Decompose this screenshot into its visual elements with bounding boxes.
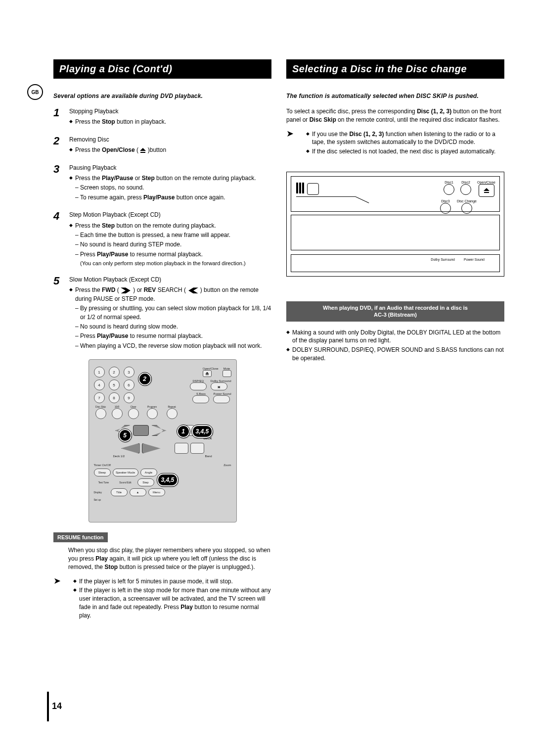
callout-345: 3,4,5 — [192, 425, 213, 438]
resume-label: RESUME function — [53, 532, 108, 542]
tip: If you use the Disc (1, 2, 3) function w… — [306, 130, 504, 147]
step-title: Step Motion Playback (Except CD) — [69, 211, 271, 219]
step-bullet: Press the Open/Close ( )button — [69, 146, 271, 154]
step-dash: Press Play/Pause to resume normal playba… — [69, 250, 271, 259]
right-title: Selecting a Disc in the Disc change — [286, 59, 504, 79]
remote-diagram: 123 Open/Close Mute 456 DSP/EQ Dolby Sur… — [89, 359, 237, 522]
step-bullet: Press the FWD ( ) or REV SEARCH ( ) butt… — [69, 286, 271, 303]
step-num: 5 — [53, 276, 63, 351]
step-title: Slow Motion Playback (Except CD) — [69, 276, 271, 284]
left-title: Playing a Disc (Cont'd) — [53, 59, 271, 79]
step-dash: Each time the button is pressed, a new f… — [69, 231, 271, 239]
callout-1: 1 — [177, 425, 190, 438]
step-title: Removing Disc — [69, 136, 271, 144]
step-title: Stopping Playback — [69, 107, 271, 116]
right-para: To select a specific disc, press the cor… — [286, 107, 504, 124]
pointer-icon: ➤ — [286, 129, 301, 138]
callout-345b: 3,4,5 — [157, 473, 178, 486]
ac3-note: When playing DVD, if an Audio that recor… — [286, 301, 504, 322]
step-bullet: Press the Play/Pause or Step button on t… — [69, 174, 271, 183]
step-bullet: Press the Step button on the remote duri… — [69, 222, 271, 230]
ac3-bullet: DOLBY SURROUND, DSP/EQ, POWER SOUND and … — [286, 346, 504, 363]
page-number: 14 — [52, 701, 62, 711]
step-note: (You can only perform step motion playba… — [69, 260, 271, 268]
resume-text: When you stop disc play, the player reme… — [53, 546, 271, 571]
pointer-icon: ➤ — [53, 576, 68, 585]
step-dash: To resume again, press Play/Pause button… — [69, 193, 271, 202]
ffwd-icon — [121, 287, 132, 293]
callout-5: 5 — [119, 429, 132, 442]
rev-icon — [187, 287, 198, 293]
step-dash: No sound is heard during STEP mode. — [69, 240, 271, 249]
step-dash: When playing a VCD, the reverse slow mot… — [69, 342, 271, 350]
step-dash: Screen stops, no sound. — [69, 184, 271, 192]
step-num: 4 — [53, 211, 63, 268]
step-bullet: Press the Stop button in playback. — [69, 118, 271, 126]
tip: If the disc selected is not loaded, the … — [306, 147, 504, 156]
tip: If the player is left for 5 minutes in p… — [73, 577, 271, 586]
ac3-bullet: Making a sound with only Dolby Digital, … — [286, 329, 504, 345]
step-dash: Press Play/Pause to resume normal playba… — [69, 332, 271, 340]
right-intro: The function is automatically selected w… — [286, 93, 504, 99]
eject-icon — [140, 148, 146, 153]
step-num: 3 — [53, 164, 63, 203]
left-intro: Several options are available during DVD… — [53, 93, 271, 99]
gb-badge: GB — [27, 84, 43, 100]
step-num: 1 — [53, 107, 63, 128]
step-num: 2 — [53, 136, 63, 156]
step-dash: By pressing or shuttling, you can select… — [69, 304, 271, 322]
step-title: Pausing Playback — [69, 164, 271, 172]
front-panel-diagram: Disc1 Disc2 Open/Close Disc3 Disc Change… — [286, 172, 504, 277]
step-dash: No sound is heard during slow mode. — [69, 323, 271, 331]
callout-2: 2 — [138, 373, 151, 385]
tip: If the player is left in the stop mode f… — [73, 586, 271, 619]
side-bar — [47, 692, 49, 721]
